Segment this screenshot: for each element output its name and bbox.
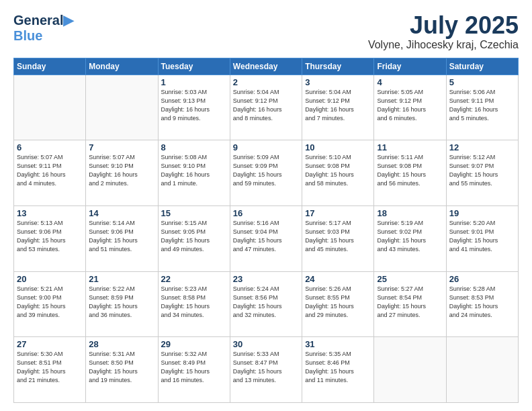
day-info: Sunrise: 5:12 AM Sunset: 9:07 PM Dayligh…	[449, 153, 515, 188]
calendar-cell: 15Sunrise: 5:15 AM Sunset: 9:05 PM Dayli…	[158, 205, 230, 271]
day-info: Sunrise: 5:15 AM Sunset: 9:05 PM Dayligh…	[161, 219, 227, 254]
day-info: Sunrise: 5:17 AM Sunset: 9:03 PM Dayligh…	[305, 219, 371, 254]
day-info: Sunrise: 5:16 AM Sunset: 9:04 PM Dayligh…	[233, 219, 299, 254]
week-row-3: 13Sunrise: 5:13 AM Sunset: 9:06 PM Dayli…	[14, 205, 519, 271]
calendar-cell: 16Sunrise: 5:16 AM Sunset: 9:04 PM Dayli…	[230, 205, 302, 271]
weekday-header-thursday: Thursday	[302, 58, 374, 75]
weekday-header-tuesday: Tuesday	[158, 58, 230, 75]
logo-blue: Blue	[13, 28, 42, 43]
week-row-1: 1Sunrise: 5:03 AM Sunset: 9:13 PM Daylig…	[14, 75, 519, 140]
day-info: Sunrise: 5:20 AM Sunset: 9:01 PM Dayligh…	[449, 219, 515, 254]
day-info: Sunrise: 5:26 AM Sunset: 8:55 PM Dayligh…	[305, 285, 371, 320]
calendar-cell: 23Sunrise: 5:24 AM Sunset: 8:56 PM Dayli…	[230, 271, 302, 337]
weekday-header-row: SundayMondayTuesdayWednesdayThursdayFrid…	[14, 58, 519, 75]
day-info: Sunrise: 5:23 AM Sunset: 8:58 PM Dayligh…	[161, 285, 227, 320]
day-number: 1	[161, 77, 227, 87]
day-number: 26	[449, 274, 515, 284]
day-info: Sunrise: 5:27 AM Sunset: 8:54 PM Dayligh…	[377, 285, 443, 320]
calendar-cell: 6Sunrise: 5:07 AM Sunset: 9:11 PM Daylig…	[14, 140, 86, 206]
calendar-cell: 7Sunrise: 5:07 AM Sunset: 9:10 PM Daylig…	[86, 140, 158, 206]
day-number: 21	[89, 274, 154, 284]
day-number: 16	[233, 208, 299, 218]
calendar-cell: 30Sunrise: 5:33 AM Sunset: 8:47 PM Dayli…	[230, 337, 302, 403]
calendar-cell: 12Sunrise: 5:12 AM Sunset: 9:07 PM Dayli…	[446, 140, 518, 206]
calendar-cell: 21Sunrise: 5:22 AM Sunset: 8:59 PM Dayli…	[86, 271, 158, 337]
day-info: Sunrise: 5:24 AM Sunset: 8:56 PM Dayligh…	[233, 285, 299, 320]
day-info: Sunrise: 5:04 AM Sunset: 9:12 PM Dayligh…	[233, 88, 299, 123]
calendar-cell: 24Sunrise: 5:26 AM Sunset: 8:55 PM Dayli…	[302, 271, 374, 337]
day-info: Sunrise: 5:28 AM Sunset: 8:53 PM Dayligh…	[449, 285, 515, 320]
weekday-header-wednesday: Wednesday	[230, 58, 302, 75]
calendar-cell: 28Sunrise: 5:31 AM Sunset: 8:50 PM Dayli…	[86, 337, 158, 403]
calendar-cell: 11Sunrise: 5:11 AM Sunset: 9:08 PM Dayli…	[374, 140, 446, 206]
calendar-cell: 2Sunrise: 5:04 AM Sunset: 9:12 PM Daylig…	[230, 75, 302, 140]
day-info: Sunrise: 5:32 AM Sunset: 8:49 PM Dayligh…	[161, 350, 227, 385]
day-info: Sunrise: 5:11 AM Sunset: 9:08 PM Dayligh…	[377, 153, 443, 188]
calendar-cell: 8Sunrise: 5:08 AM Sunset: 9:10 PM Daylig…	[158, 140, 230, 206]
day-info: Sunrise: 5:08 AM Sunset: 9:10 PM Dayligh…	[161, 153, 227, 188]
day-info: Sunrise: 5:21 AM Sunset: 9:00 PM Dayligh…	[17, 285, 83, 320]
calendar-cell	[14, 75, 86, 140]
calendar-title: July 2025	[368, 12, 519, 39]
day-number: 19	[449, 208, 515, 218]
calendar-cell: 19Sunrise: 5:20 AM Sunset: 9:01 PM Dayli…	[446, 205, 518, 271]
day-info: Sunrise: 5:30 AM Sunset: 8:51 PM Dayligh…	[17, 350, 83, 385]
day-number: 13	[17, 208, 83, 218]
day-number: 29	[161, 339, 227, 349]
week-row-2: 6Sunrise: 5:07 AM Sunset: 9:11 PM Daylig…	[14, 140, 519, 206]
day-number: 8	[161, 142, 227, 152]
calendar-cell: 1Sunrise: 5:03 AM Sunset: 9:13 PM Daylig…	[158, 75, 230, 140]
day-number: 14	[89, 208, 154, 218]
day-info: Sunrise: 5:10 AM Sunset: 9:08 PM Dayligh…	[305, 153, 371, 188]
day-info: Sunrise: 5:04 AM Sunset: 9:12 PM Dayligh…	[305, 88, 371, 123]
calendar-cell: 10Sunrise: 5:10 AM Sunset: 9:08 PM Dayli…	[302, 140, 374, 206]
title-block: July 2025 Volyne, Jihocesky kraj, Czechi…	[368, 12, 519, 51]
week-row-5: 27Sunrise: 5:30 AM Sunset: 8:51 PM Dayli…	[14, 337, 519, 403]
calendar-cell: 26Sunrise: 5:28 AM Sunset: 8:53 PM Dayli…	[446, 271, 518, 337]
day-number: 30	[233, 339, 299, 349]
day-info: Sunrise: 5:05 AM Sunset: 9:12 PM Dayligh…	[377, 88, 443, 123]
calendar-cell: 9Sunrise: 5:09 AM Sunset: 9:09 PM Daylig…	[230, 140, 302, 206]
calendar-subtitle: Volyne, Jihocesky kraj, Czechia	[368, 39, 519, 51]
day-number: 4	[377, 77, 443, 87]
calendar-cell: 31Sunrise: 5:35 AM Sunset: 8:46 PM Dayli…	[302, 337, 374, 403]
day-info: Sunrise: 5:14 AM Sunset: 9:06 PM Dayligh…	[89, 219, 154, 254]
day-info: Sunrise: 5:19 AM Sunset: 9:02 PM Dayligh…	[377, 219, 443, 254]
day-number: 31	[305, 339, 371, 349]
calendar-cell: 17Sunrise: 5:17 AM Sunset: 9:03 PM Dayli…	[302, 205, 374, 271]
header: General▶ Blue July 2025 Volyne, Jihocesk…	[13, 12, 519, 51]
day-info: Sunrise: 5:06 AM Sunset: 9:11 PM Dayligh…	[449, 88, 515, 123]
page: General▶ Blue July 2025 Volyne, Jihocesk…	[0, 0, 532, 411]
calendar-table: SundayMondayTuesdayWednesdayThursdayFrid…	[13, 58, 519, 403]
day-number: 22	[161, 274, 227, 284]
day-number: 18	[377, 208, 443, 218]
weekday-header-friday: Friday	[374, 58, 446, 75]
day-info: Sunrise: 5:22 AM Sunset: 8:59 PM Dayligh…	[89, 285, 154, 320]
day-info: Sunrise: 5:07 AM Sunset: 9:11 PM Dayligh…	[17, 153, 83, 188]
day-number: 10	[305, 142, 371, 152]
calendar-cell: 20Sunrise: 5:21 AM Sunset: 9:00 PM Dayli…	[14, 271, 86, 337]
logo-text: General▶	[13, 13, 73, 28]
day-number: 2	[233, 77, 299, 87]
day-number: 28	[89, 339, 154, 349]
day-number: 17	[305, 208, 371, 218]
day-number: 24	[305, 274, 371, 284]
day-number: 20	[17, 274, 83, 284]
calendar-cell	[86, 75, 158, 140]
day-info: Sunrise: 5:13 AM Sunset: 9:06 PM Dayligh…	[17, 219, 83, 254]
logo: General▶ Blue	[13, 12, 73, 44]
day-number: 11	[377, 142, 443, 152]
calendar-cell: 22Sunrise: 5:23 AM Sunset: 8:58 PM Dayli…	[158, 271, 230, 337]
calendar-cell: 27Sunrise: 5:30 AM Sunset: 8:51 PM Dayli…	[14, 337, 86, 403]
day-number: 6	[17, 142, 83, 152]
calendar-cell: 3Sunrise: 5:04 AM Sunset: 9:12 PM Daylig…	[302, 75, 374, 140]
calendar-cell: 5Sunrise: 5:06 AM Sunset: 9:11 PM Daylig…	[446, 75, 518, 140]
day-number: 9	[233, 142, 299, 152]
calendar-cell: 4Sunrise: 5:05 AM Sunset: 9:12 PM Daylig…	[374, 75, 446, 140]
day-number: 23	[233, 274, 299, 284]
day-number: 15	[161, 208, 227, 218]
weekday-header-sunday: Sunday	[14, 58, 86, 75]
day-number: 27	[17, 339, 83, 349]
day-info: Sunrise: 5:09 AM Sunset: 9:09 PM Dayligh…	[233, 153, 299, 188]
day-info: Sunrise: 5:35 AM Sunset: 8:46 PM Dayligh…	[305, 350, 371, 385]
